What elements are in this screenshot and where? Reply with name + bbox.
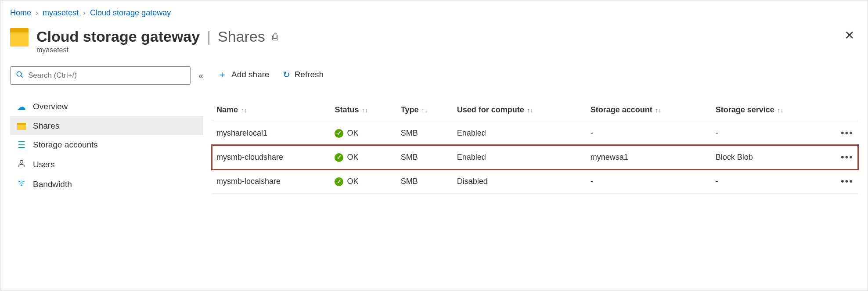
sort-icon: ↑↓: [241, 106, 247, 114]
main-content: ＋ Add share ↻ Refresh Name↑↓ Status↑↓ Ty…: [212, 66, 858, 194]
search-box[interactable]: [10, 66, 191, 85]
sidebar-item-label: Storage accounts: [33, 140, 98, 150]
folder-icon: [16, 121, 27, 131]
cell-account: -: [586, 121, 711, 145]
chevron-right-icon: ›: [36, 8, 38, 18]
cell-service: -: [711, 169, 832, 194]
page-header: Cloud storage gateway | Shares ⎙ myasete…: [10, 28, 858, 54]
close-icon[interactable]: ✕: [844, 28, 854, 43]
cell-type: SMB: [396, 145, 453, 169]
sort-icon: ↑↓: [362, 106, 368, 114]
sidebar-item-users[interactable]: Users: [10, 154, 203, 174]
cloud-icon: ☁: [16, 101, 27, 112]
cell-service: -: [711, 121, 832, 145]
sidebar-item-overview[interactable]: ☁ Overview: [10, 97, 203, 116]
sidebar-item-storage-accounts[interactable]: ☰ Storage accounts: [10, 135, 203, 154]
chevron-right-icon: ›: [83, 8, 86, 18]
cell-compute: Enabled: [453, 121, 586, 145]
page-section: Shares: [218, 28, 265, 45]
page-subtitle: myasetest: [36, 46, 836, 54]
table-row[interactable]: mysmb-localshare✓OKSMBDisabled--•••: [212, 169, 858, 194]
row-menu-icon[interactable]: •••: [841, 176, 854, 187]
user-icon: [16, 159, 27, 170]
add-share-label: Add share: [231, 70, 270, 79]
sort-icon: ↑↓: [655, 106, 662, 114]
col-type[interactable]: Type↑↓: [396, 99, 453, 121]
row-menu-icon[interactable]: •••: [841, 151, 854, 162]
cell-name: mysmb-localshare: [212, 169, 330, 194]
table-row[interactable]: mysharelocal1✓OKSMBEnabled--•••: [212, 121, 858, 145]
sidebar-item-label: Shares: [33, 121, 59, 131]
col-account[interactable]: Storage account↑↓: [586, 99, 711, 121]
refresh-label: Refresh: [295, 70, 324, 79]
table-row[interactable]: mysmb-cloudshare✓OKSMBEnabledmynewsa1Blo…: [212, 145, 858, 169]
folder-icon: [10, 28, 29, 47]
breadcrumb-home[interactable]: Home: [10, 8, 31, 18]
sidebar-item-bandwidth[interactable]: Bandwidth: [10, 174, 203, 194]
title-separator: |: [207, 28, 211, 45]
sort-icon: ↑↓: [527, 106, 533, 114]
sidebar: « ☁ Overview Shares ☰ Storage accounts U…: [10, 66, 203, 194]
svg-line-1: [21, 75, 23, 78]
cell-compute: Disabled: [453, 169, 586, 194]
breadcrumb-resource[interactable]: myasetest: [43, 8, 79, 18]
add-share-button[interactable]: ＋ Add share: [217, 68, 270, 81]
cell-status: ✓OK: [330, 169, 396, 194]
sidebar-item-label: Users: [33, 160, 55, 169]
refresh-icon: ↻: [283, 69, 290, 80]
col-service[interactable]: Storage service↑↓: [711, 99, 832, 121]
cell-account: -: [586, 169, 711, 194]
row-menu-icon[interactable]: •••: [841, 127, 854, 138]
col-name[interactable]: Name↑↓: [212, 99, 330, 121]
wifi-icon: [16, 179, 27, 190]
col-compute[interactable]: Used for compute↑↓: [453, 99, 586, 121]
collapse-sidebar-icon[interactable]: «: [198, 71, 203, 81]
cell-type: SMB: [396, 169, 453, 194]
plus-icon: ＋: [217, 68, 227, 81]
svg-point-3: [21, 185, 22, 186]
sort-icon: ↑↓: [421, 106, 428, 114]
svg-point-0: [17, 72, 22, 76]
cell-service: Block Blob: [711, 145, 832, 169]
shares-table: Name↑↓ Status↑↓ Type↑↓ Used for compute↑…: [212, 99, 858, 194]
sidebar-nav: ☁ Overview Shares ☰ Storage accounts Use…: [10, 97, 203, 194]
storage-icon: ☰: [16, 140, 27, 150]
cell-compute: Enabled: [453, 145, 586, 169]
success-icon: ✓: [335, 153, 343, 162]
breadcrumb: Home › myasetest › Cloud storage gateway: [10, 8, 858, 18]
success-icon: ✓: [335, 177, 343, 186]
col-status[interactable]: Status↑↓: [330, 99, 396, 121]
cell-name: mysharelocal1: [212, 121, 330, 145]
sidebar-item-label: Overview: [33, 102, 68, 111]
cell-type: SMB: [396, 121, 453, 145]
cell-account: mynewsa1: [586, 145, 711, 169]
print-icon[interactable]: ⎙: [272, 31, 278, 43]
sidebar-item-shares[interactable]: Shares: [10, 116, 203, 135]
search-icon: [16, 71, 24, 81]
cell-status: ✓OK: [330, 121, 396, 145]
breadcrumb-page[interactable]: Cloud storage gateway: [90, 8, 171, 18]
cell-status: ✓OK: [330, 145, 396, 169]
search-input[interactable]: [28, 71, 185, 80]
sidebar-item-label: Bandwidth: [33, 180, 72, 189]
sort-icon: ↑↓: [777, 106, 784, 114]
page-title: Cloud storage gateway: [36, 28, 200, 45]
refresh-button[interactable]: ↻ Refresh: [283, 69, 324, 80]
command-bar: ＋ Add share ↻ Refresh: [212, 66, 858, 90]
cell-name: mysmb-cloudshare: [212, 145, 330, 169]
svg-point-2: [20, 160, 23, 163]
success-icon: ✓: [335, 129, 343, 138]
